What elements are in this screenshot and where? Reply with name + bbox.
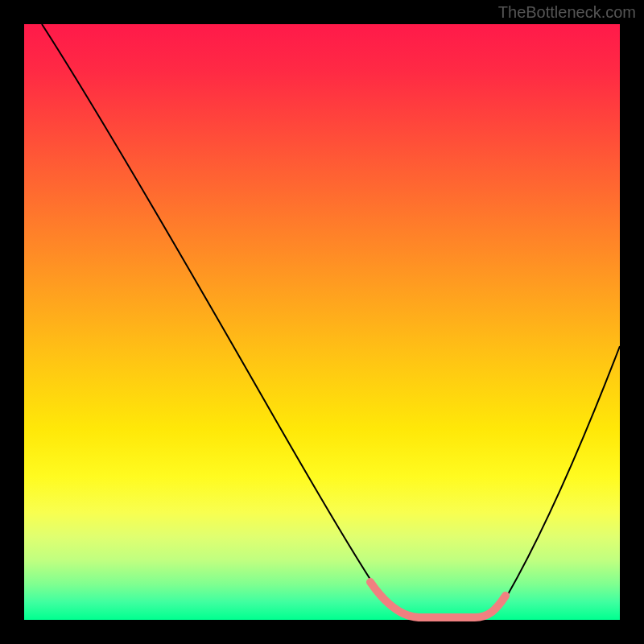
plot-gradient-background — [24, 24, 620, 620]
optimal-zone-highlight — [370, 582, 506, 617]
chart-svg — [24, 24, 620, 620]
bottleneck-curve-line — [42, 24, 620, 618]
watermark-text: TheBottleneck.com — [498, 3, 636, 22]
